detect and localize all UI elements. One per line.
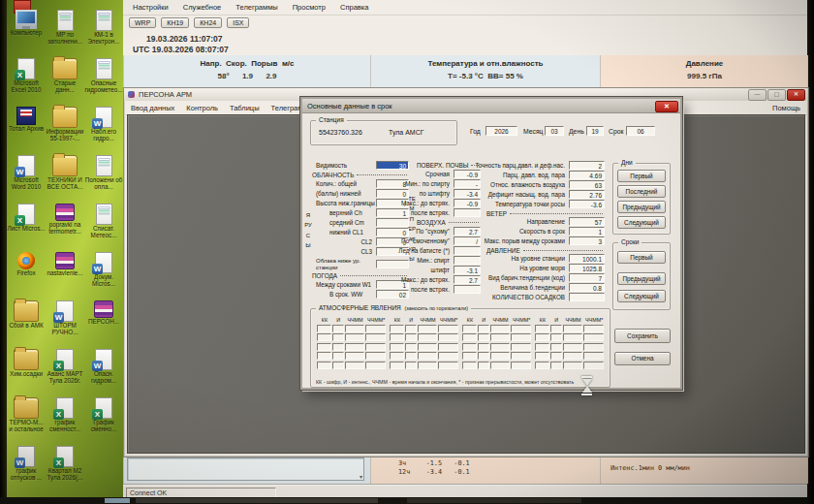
atmo-cell[interactable] [345,333,365,341]
atmo-cell[interactable] [332,352,344,360]
desktop-icon[interactable]: Тотал Архив [7,105,46,153]
atmo-cell[interactable] [317,325,331,332]
atmo-cell[interactable] [345,343,365,351]
atmo-cell[interactable] [563,362,583,369]
atmo-cell[interactable] [405,362,417,369]
desktop-icon[interactable]: Компьютер [7,8,46,56]
atmo-cell[interactable] [583,352,604,360]
atmo-cell[interactable] [490,333,511,341]
dialog-close-button[interactable]: ✕ [655,101,678,112]
atmo-cell[interactable] [583,325,604,332]
atmo-cell[interactable] [390,352,404,360]
atmo-cell[interactable] [317,352,331,360]
maximize-button[interactable]: ▢ [767,89,786,101]
pmenu-tables[interactable]: Таблицы [230,104,260,112]
left-field[interactable]: 8 [376,179,409,188]
atmo-cell[interactable] [535,362,549,369]
atmo-cell[interactable] [462,352,477,360]
atmo-cell[interactable] [535,343,549,351]
right-field[interactable] [569,293,605,301]
right-field[interactable]: 1000.1 [569,254,605,263]
atmo-cell[interactable] [462,333,477,341]
atmo-cell[interactable] [478,362,489,369]
mid-field[interactable]: -3.1 [454,266,481,274]
desktop-icon[interactable]: Опасн. гидром... [84,347,123,395]
atmo-cell[interactable] [418,343,438,351]
day-4-button[interactable]: Следующий [617,216,666,229]
mid-field[interactable]: -0.9 [454,199,481,207]
desktop-icon[interactable]: График сменно... [84,395,123,444]
atmo-cell[interactable] [490,343,511,351]
desktop-icon[interactable]: ПЕРСОН... [84,299,123,347]
right-field[interactable]: 2 [569,161,605,170]
desktop-icon[interactable]: ТЕХНИКИ И ВСЕ ОСТА... [46,153,84,202]
atmo-cell[interactable] [317,333,331,341]
right-field[interactable]: 7 [569,273,605,282]
atmo-cell[interactable] [317,362,331,369]
atmo-cell[interactable] [583,333,604,341]
atmo-cell[interactable] [438,333,458,341]
toolbar-wrp-button[interactable]: WRP [129,17,156,28]
atmo-cell[interactable] [478,343,489,351]
atmo-cell[interactable] [511,325,531,332]
atmo-cell[interactable] [365,333,386,341]
menu-settings[interactable]: Настройки [133,3,169,12]
desktop-icon[interactable]: график отпусков ... [7,444,46,492]
atmo-cell[interactable] [550,325,562,332]
taskbar[interactable] [0,497,814,504]
bottom-input-box[interactable]: ▾ [127,457,364,481]
srok-2-button[interactable]: Предыдущий [617,272,666,285]
atmo-cell[interactable] [332,325,344,332]
desktop-icon[interactable]: Аванс МАРТ Тула 2026г. [46,347,84,395]
atmo-cell[interactable] [550,352,562,360]
close-button[interactable]: ✕ [787,89,805,101]
atmo-cell[interactable] [438,352,458,360]
atmo-cell[interactable] [438,343,458,351]
menu-telegrams[interactable]: Телеграммы [235,3,277,12]
atmo-cell[interactable] [390,343,404,351]
mid-field[interactable] [454,208,481,217]
atmo-cell[interactable] [462,362,477,369]
desktop-icon[interactable]: Информации 55-1997-... [46,105,84,153]
desktop-icon[interactable]: МР по заполнени... [46,8,84,56]
menu-view[interactable]: Просмотр [293,3,326,12]
atmo-cell[interactable] [563,343,583,351]
mid-field[interactable] [454,256,481,265]
right-field[interactable]: 2.76 [569,190,605,199]
mid-field[interactable]: -3.4 [454,189,481,198]
right-field[interactable]: 4.69 [569,171,605,179]
atmo-cell[interactable] [390,333,404,341]
desktop-icon[interactable]: popravki na termometr... [46,202,84,250]
cancel-button[interactable]: Отмена [614,352,671,365]
atmo-cell[interactable] [365,325,386,332]
dropdown-arrow-icon[interactable]: ▾ [360,473,362,480]
atmo-cell[interactable] [418,333,438,341]
atmo-cell[interactable] [438,325,458,332]
save-button[interactable]: Сохранить [614,329,671,343]
atmo-cell[interactable] [511,362,531,369]
atmo-cell[interactable] [511,343,531,351]
atmo-cell[interactable] [418,325,438,332]
desktop-icon[interactable]: Microsoft Excel 2010 [7,56,46,105]
atmo-cell[interactable] [365,362,386,369]
left-field[interactable]: 02 [376,290,409,299]
desktop-icon[interactable]: Положени об опла... [84,153,123,202]
left-field[interactable] [376,260,409,268]
atmo-cell[interactable] [511,333,531,341]
atmo-cell[interactable] [345,352,365,360]
left-field[interactable] [376,218,409,227]
srok-1-button[interactable]: Первый [617,251,666,264]
atmo-cell[interactable] [418,352,438,360]
day-1-button[interactable]: Первый [617,170,666,182]
desktop-icon[interactable]: график сменност... [46,395,84,444]
pmenu-input[interactable]: Ввод данных [131,104,174,112]
mid-field[interactable]: - [454,179,481,188]
atmo-cell[interactable] [405,333,417,341]
left-field[interactable]: 30 [376,161,409,170]
mid-field[interactable] [454,285,481,294]
desktop-icon[interactable]: nastavlenie... [46,250,84,299]
atmo-cell[interactable] [550,362,562,369]
right-field[interactable]: 1025.8 [569,264,605,272]
mid-field[interactable]: -0.9 [454,170,481,178]
right-field[interactable]: 3 [569,236,605,245]
